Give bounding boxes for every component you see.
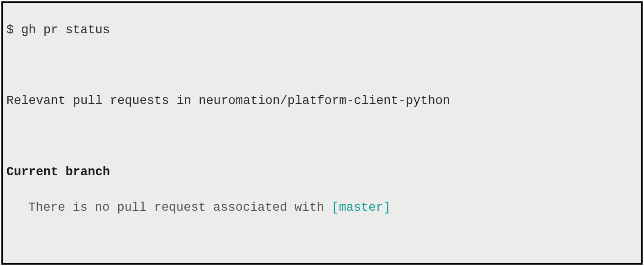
terminal-output: $ gh pr status Relevant pull requests in… — [1, 1, 643, 265]
current-branch-message: There is no pull request associated with… — [6, 199, 638, 217]
blank-line — [6, 57, 638, 75]
blank-line — [6, 128, 638, 146]
prompt-line: $ gh pr status — [6, 21, 638, 39]
prompt-symbol: $ — [6, 23, 14, 37]
branch-name: [master] — [331, 201, 391, 214]
current-branch-text: There is no pull request associated with — [28, 201, 331, 214]
blank-line — [6, 234, 638, 252]
command-text: gh pr status — [21, 23, 110, 37]
header-line: Relevant pull requests in neuromation/pl… — [6, 92, 638, 110]
section-heading-current-branch: Current branch — [6, 163, 638, 181]
